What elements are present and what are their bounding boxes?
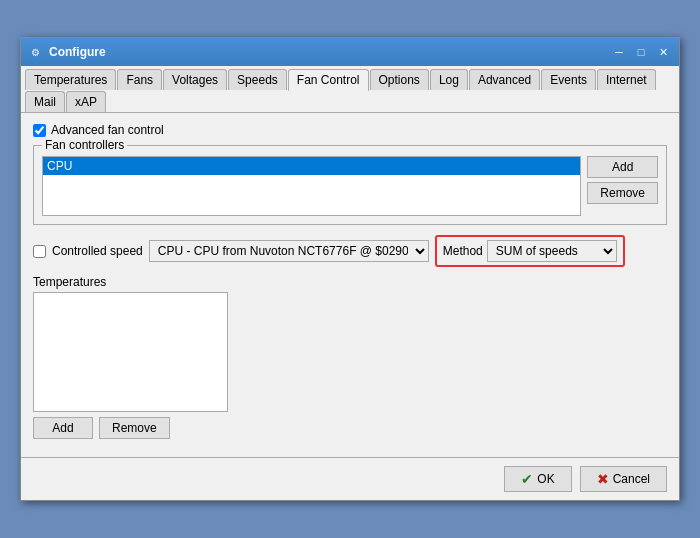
window-icon: ⚙ [27, 44, 43, 60]
minimize-button[interactable]: ─ [609, 43, 629, 61]
title-bar: ⚙ Configure ─ □ ✕ [21, 38, 679, 66]
fan-list-item[interactable]: CPU [43, 157, 580, 175]
controlled-speed-row: Controlled speed CPU - CPU from Nuvoton … [33, 235, 667, 267]
cancel-button[interactable]: ✖ Cancel [580, 466, 667, 492]
tab-xap[interactable]: xAP [66, 91, 106, 112]
fan-add-button[interactable]: Add [587, 156, 658, 178]
method-group: Method SUM of speeds Average of speeds M… [435, 235, 625, 267]
temperatures-section: Temperatures Add Remove [33, 275, 667, 439]
tab-fan-control[interactable]: Fan Control [288, 69, 369, 91]
tab-options[interactable]: Options [370, 69, 429, 90]
tab-temperatures[interactable]: Temperatures [25, 69, 116, 90]
fan-list[interactable]: CPU [42, 156, 581, 216]
cancel-icon: ✖ [597, 471, 609, 487]
maximize-button[interactable]: □ [631, 43, 651, 61]
fan-controllers-label: Fan controllers [42, 138, 127, 152]
tab-voltages[interactable]: Voltages [163, 69, 227, 90]
fan-controllers-group: Fan controllers CPU Add Remove [33, 145, 667, 225]
controlled-speed-label: Controlled speed [52, 244, 143, 258]
fan-buttons: Add Remove [587, 156, 658, 216]
tab-fans[interactable]: Fans [117, 69, 162, 90]
tab-speeds[interactable]: Speeds [228, 69, 287, 90]
advanced-fan-control-label: Advanced fan control [51, 123, 164, 137]
tab-mail[interactable]: Mail [25, 91, 65, 112]
controlled-speed-select[interactable]: CPU - CPU from Nuvoton NCT6776F @ $0290 … [149, 240, 429, 262]
method-select[interactable]: SUM of speeds Average of speeds Max of s… [487, 240, 617, 262]
tab-internet[interactable]: Internet [597, 69, 656, 90]
temp-add-button[interactable]: Add [33, 417, 93, 439]
advanced-fan-control-row: Advanced fan control [33, 123, 667, 137]
temp-buttons: Add Remove [33, 417, 667, 439]
close-button[interactable]: ✕ [653, 43, 673, 61]
tab-advanced[interactable]: Advanced [469, 69, 540, 90]
cancel-label: Cancel [613, 472, 650, 486]
temperatures-label: Temperatures [33, 275, 667, 289]
ok-icon: ✔ [521, 471, 533, 487]
ok-label: OK [537, 472, 554, 486]
temp-remove-button[interactable]: Remove [99, 417, 170, 439]
fan-remove-button[interactable]: Remove [587, 182, 658, 204]
window-title: Configure [49, 45, 609, 59]
temp-list[interactable] [33, 292, 228, 412]
tab-log[interactable]: Log [430, 69, 468, 90]
tab-events[interactable]: Events [541, 69, 596, 90]
advanced-fan-control-checkbox[interactable] [33, 124, 46, 137]
method-label: Method [443, 244, 483, 258]
configure-window: ⚙ Configure ─ □ ✕ Temperatures Fans Volt… [20, 37, 680, 501]
ok-button[interactable]: ✔ OK [504, 466, 571, 492]
title-bar-buttons: ─ □ ✕ [609, 43, 673, 61]
tabs-bar: Temperatures Fans Voltages Speeds Fan Co… [21, 66, 679, 113]
footer: ✔ OK ✖ Cancel [21, 457, 679, 500]
main-content: Advanced fan control Fan controllers CPU… [21, 113, 679, 457]
fan-controllers-area: CPU Add Remove [42, 156, 658, 216]
controlled-speed-checkbox[interactable] [33, 245, 46, 258]
